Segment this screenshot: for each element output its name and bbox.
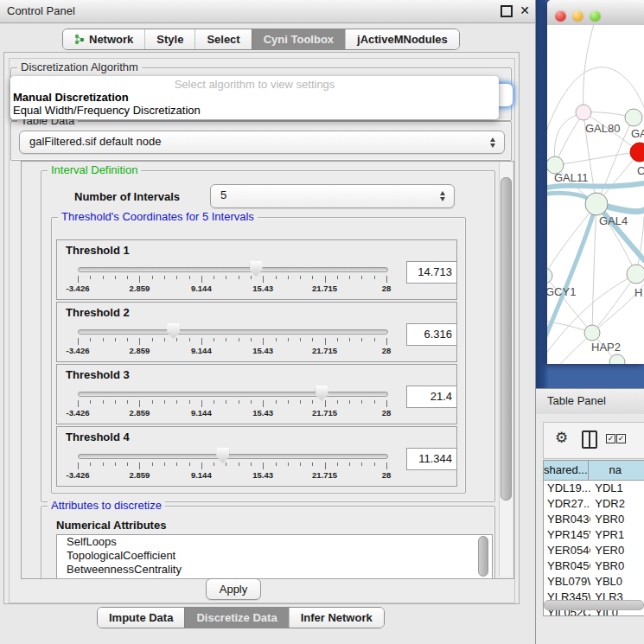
bottom-tab-label: Impute Data: [109, 611, 173, 624]
table-row[interactable]: YDR27...YDR2: [544, 496, 644, 512]
table-row[interactable]: YBR043CYBR0: [544, 512, 644, 527]
threshold-4-slider-track[interactable]: [78, 454, 388, 459]
table-row[interactable]: YDL19...YDL1: [544, 481, 644, 496]
tab-label: Cyni Toolbox: [264, 33, 334, 46]
attribute-list-item[interactable]: TopologicalCoefficient: [57, 549, 492, 563]
tab-network[interactable]: Network: [63, 29, 144, 49]
node-red[interactable]: [630, 143, 644, 162]
tick-mark: [127, 462, 128, 466]
checkbox-select-none-icon[interactable]: ✓: [616, 434, 626, 443]
tick-mark: [189, 276, 190, 279]
network-edge: [555, 152, 640, 165]
tick-mark: [226, 276, 226, 279]
zoom-traffic-light[interactable]: [590, 10, 601, 22]
settings-scrollbar-thumb[interactable]: [501, 177, 512, 501]
table-row[interactable]: YBL079WYBL0: [544, 574, 644, 590]
node-label: GAL11: [554, 171, 589, 184]
table-horizontal-scrollbar-thumb[interactable]: [544, 600, 644, 610]
threshold-1-slider-thumb[interactable]: [250, 261, 263, 277]
tick-mark: [251, 338, 252, 341]
tick-mark: [325, 276, 326, 283]
tick-mark: [349, 276, 350, 279]
table-data-combobox[interactable]: galFiltered.sif default node: [19, 131, 505, 154]
node-label: GAL4: [599, 214, 628, 227]
tick-mark: [288, 462, 289, 466]
attributes-list-scrollbar-thumb[interactable]: [478, 536, 488, 577]
tick-mark: [263, 338, 264, 345]
checkbox-select-all-icon[interactable]: ✓: [606, 434, 615, 443]
numerical-attributes-list: SelfLoopsTopologicalCoefficientBetweenne…: [56, 534, 493, 579]
table-cell: YER0: [590, 543, 644, 558]
dropdown-item-manual-discretization[interactable]: Manual Discretization: [10, 91, 499, 104]
bottom-tab-infer-network[interactable]: Infer Network: [289, 608, 384, 628]
close-traffic-light[interactable]: [555, 10, 566, 22]
bottom-tab-discretize-data[interactable]: Discretize Data: [184, 608, 288, 628]
number-of-intervals-label: Number of Intervals: [74, 190, 180, 203]
columns-icon[interactable]: [582, 430, 597, 449]
numerical-attributes-label: Numerical Attributes: [56, 519, 166, 532]
threshold-4-slider-thumb[interactable]: [216, 448, 229, 463]
column-header-1[interactable]: shared...: [544, 461, 589, 480]
tab-label: Style: [156, 33, 183, 46]
threshold-3-value-field[interactable]: 21.4: [406, 386, 457, 408]
tick-mark: [152, 462, 153, 466]
tick-mark: [276, 462, 277, 466]
tick-mark: [127, 338, 128, 341]
threshold-3-slider-thumb[interactable]: [316, 386, 328, 401]
minimize-traffic-light[interactable]: [572, 10, 583, 22]
tab-select[interactable]: Select: [194, 29, 251, 49]
tick-mark: [349, 462, 350, 466]
threshold-4-value-field[interactable]: 11.344: [406, 448, 457, 470]
threshold-2-slider-thumb[interactable]: [167, 323, 180, 339]
threshold-3-slider-track[interactable]: [78, 392, 388, 397]
float-window-icon[interactable]: [501, 5, 513, 17]
threshold-2-slider-track[interactable]: [78, 329, 388, 335]
tick-mark: [164, 338, 165, 341]
close-icon[interactable]: ✕: [520, 3, 530, 17]
network-canvas[interactable]: GAL80GACGAL11GAL4GCY1HHAP2: [547, 25, 644, 364]
table-cell: YDR27...: [544, 496, 590, 512]
tick-mark: [276, 338, 277, 341]
table-row[interactable]: YER054CYER0: [544, 543, 644, 558]
threshold-1-slider-track[interactable]: [78, 267, 388, 272]
network-graph[interactable]: GAL80GACGAL11GAL4GCY1HHAP2: [547, 25, 644, 364]
tick-mark: [300, 338, 301, 341]
tab-label: Network: [89, 33, 133, 46]
tick-label: -3.426: [67, 470, 90, 480]
node-right-mid[interactable]: [627, 265, 644, 284]
threshold-label: Threshold 2: [66, 306, 130, 319]
tab-jactivemnodules[interactable]: jActiveMNodules: [345, 29, 459, 49]
tick-mark: [78, 338, 79, 345]
table-data-combobox-value: galFiltered.sif default node: [29, 135, 161, 148]
node-left-mid[interactable]: [547, 268, 552, 284]
threshold-label: Threshold 4: [66, 430, 130, 443]
gear-icon[interactable]: ⚙: [555, 430, 568, 447]
attribute-list-item[interactable]: SelfLoops: [57, 535, 492, 549]
apply-button[interactable]: Apply: [206, 578, 261, 600]
table-cell: YDR2: [590, 496, 644, 512]
tab-cyni-toolbox[interactable]: Cyni Toolbox: [252, 29, 345, 49]
table-row[interactable]: YBR045CYBR0: [544, 558, 644, 574]
tick-mark: [349, 400, 350, 404]
tick-mark: [337, 276, 338, 279]
dropdown-item-equal-width-frequency[interactable]: Equal Width/Frequency Discretization: [10, 104, 499, 117]
column-header-2[interactable]: na: [589, 461, 644, 480]
table-row[interactable]: YPR145WYPR1: [544, 527, 644, 543]
attribute-list-item[interactable]: BetweennessCentrality: [57, 563, 492, 577]
node-label: C: [637, 164, 644, 177]
tick-mark: [374, 338, 375, 341]
node-hap2[interactable]: [584, 325, 600, 341]
node-gal4[interactable]: [585, 193, 608, 215]
table-cell: YBL0: [590, 574, 644, 590]
threshold-1-value-field[interactable]: 14.713: [406, 261, 457, 284]
bottom-tab-impute-data[interactable]: Impute Data: [98, 608, 184, 628]
slider-tick-labels: -3.4262.8599.14415.4321.71528: [78, 408, 386, 418]
number-of-intervals-combobox[interactable]: 5: [210, 184, 455, 208]
network-edge: [547, 204, 596, 276]
tick-mark: [361, 276, 362, 279]
tick-mark: [312, 338, 313, 341]
tab-style[interactable]: Style: [144, 29, 194, 49]
threshold-2-value-field[interactable]: 6.316: [406, 323, 457, 346]
node-top-right[interactable]: [625, 109, 642, 126]
node-gal80[interactable]: [576, 105, 591, 120]
